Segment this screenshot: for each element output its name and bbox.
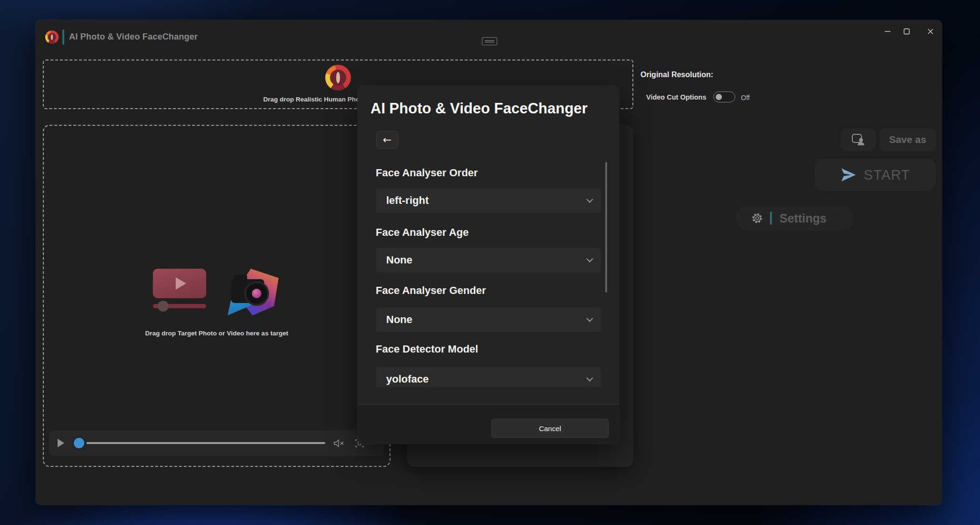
- target-dropzone-icons: [44, 269, 390, 316]
- dropdown-face-analyser-order[interactable]: left-right: [376, 188, 601, 213]
- target-dropzone[interactable]: Drag drop Target Photo or Video here as …: [43, 125, 390, 467]
- dropdown-value: None: [386, 254, 412, 266]
- cancel-label: Cancel: [539, 424, 561, 433]
- modal-footer: Cancel: [358, 404, 619, 444]
- dropdown-face-detector-model[interactable]: yoloface: [376, 367, 601, 387]
- back-arrow-icon: ←: [383, 134, 391, 146]
- cancel-button[interactable]: Cancel: [491, 419, 609, 438]
- field-label-face-analyser-order: Face Analyser Order: [376, 167, 478, 179]
- gear-icon: [751, 212, 763, 224]
- field-label-face-analyser-age: Face Analyser Age: [376, 226, 469, 239]
- video-player-icon: [153, 269, 206, 308]
- chevron-down-icon: [586, 256, 593, 262]
- chevron-down-icon: [586, 375, 593, 382]
- dropdown-value: None: [386, 313, 412, 326]
- save-as-button[interactable]: Save as: [880, 128, 936, 151]
- back-button[interactable]: ←: [376, 131, 398, 149]
- video-cut-state: Off: [741, 94, 750, 101]
- close-button[interactable]: [920, 23, 940, 40]
- video-cut-options-label: Video Cut Options: [646, 93, 706, 101]
- drag-handle-lines-icon[interactable]: [482, 37, 497, 45]
- app-logo-icon: [45, 30, 59, 44]
- chevron-down-icon: [586, 196, 593, 203]
- desktop-wallpaper: AI Photo & Video FaceChanger Drag drop R…: [0, 0, 980, 525]
- maximize-icon: [903, 28, 910, 35]
- dropdown-value: yoloface: [386, 373, 429, 385]
- dropdown-face-analyser-gender[interactable]: None: [376, 307, 601, 332]
- chevron-down-icon: [586, 315, 593, 322]
- play-triangle-icon: [176, 277, 186, 290]
- start-label: START: [864, 167, 910, 183]
- face-swap-icon: [851, 133, 865, 146]
- app-title: AI Photo & Video FaceChanger: [69, 32, 198, 42]
- mute-icon[interactable]: [334, 439, 344, 447]
- modal-title: AI Photo & Video FaceChanger: [370, 100, 611, 117]
- dropdown-face-analyser-age[interactable]: None: [376, 248, 601, 273]
- start-button[interactable]: START: [815, 159, 936, 191]
- title-accent-divider: [62, 30, 64, 45]
- swirl-face-logo-icon: [325, 65, 351, 91]
- field-label-face-detector-model: Face Detector Model: [376, 343, 478, 355]
- media-player-bar: [49, 430, 384, 456]
- original-resolution-label: Original Resolution:: [640, 71, 713, 79]
- field-label-face-analyser-gender: Face Analyser Gender: [376, 284, 486, 297]
- close-icon: [927, 28, 934, 35]
- minimize-icon: [884, 28, 891, 35]
- settings-button[interactable]: Settings: [736, 206, 854, 230]
- settings-accent-divider: [770, 212, 772, 225]
- modal-scrollbar[interactable]: [605, 162, 607, 293]
- camera-icon: [224, 269, 280, 316]
- minimize-button[interactable]: [878, 23, 898, 40]
- send-icon: [840, 168, 857, 182]
- app-window: AI Photo & Video FaceChanger Drag drop R…: [36, 20, 942, 505]
- target-dropzone-caption: Drag drop Target Photo or Video here as …: [44, 330, 390, 337]
- face-swap-button[interactable]: [840, 128, 876, 151]
- save-as-label: Save as: [889, 134, 926, 145]
- seek-track[interactable]: [80, 442, 325, 444]
- toggle-knob: [716, 94, 722, 100]
- modal-scroll-area[interactable]: Face Analyser Order left-right Face Anal…: [358, 160, 619, 387]
- seek-knob[interactable]: [74, 438, 84, 448]
- settings-modal: AI Photo & Video FaceChanger ← Face Anal…: [358, 86, 619, 444]
- dropdown-value: left-right: [386, 194, 429, 207]
- play-icon[interactable]: [58, 439, 64, 447]
- video-cut-toggle[interactable]: [713, 91, 735, 102]
- settings-label: Settings: [780, 212, 827, 225]
- maximize-button[interactable]: [897, 23, 917, 40]
